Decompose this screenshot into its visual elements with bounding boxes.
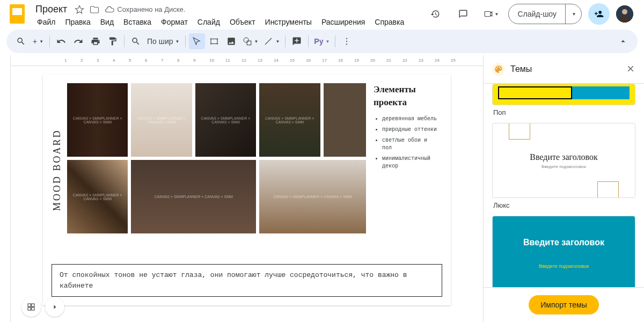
expand-filmstrip-icon[interactable] (45, 297, 64, 317)
svg-point-11 (346, 41, 347, 42)
collage-image[interactable]: CANVAS × SMMPLANNER × CANVAS × SMM (67, 160, 128, 233)
menu-object[interactable]: Объект (226, 17, 259, 27)
comments-icon[interactable] (452, 3, 474, 25)
svg-line-9 (265, 38, 272, 45)
mood-board-label: MOOD BOARD (52, 83, 63, 257)
svg-point-1 (622, 9, 627, 14)
collage-image[interactable]: CANVAS × SMMPLANNER × CANVAS × SMM (195, 83, 256, 157)
script-label[interactable]: Py▼ (312, 33, 332, 49)
select-tool-icon[interactable] (189, 33, 205, 49)
zoom-icon[interactable] (128, 33, 144, 49)
comment-add-icon[interactable] (289, 33, 305, 49)
color-palette[interactable] (324, 83, 366, 157)
menu-extensions[interactable]: Расширения (318, 17, 369, 27)
theme-preview-lux[interactable]: Введите заголовокВведите подзаголовок (492, 123, 635, 198)
collage-image[interactable]: CANVAS × SMMPLANNER × CANVAS × SMM (67, 83, 128, 157)
shape-icon[interactable]: ▼ (240, 33, 261, 49)
share-button[interactable] (588, 3, 610, 25)
menu-insert[interactable]: Вставка (120, 17, 155, 27)
move-folder-icon[interactable] (90, 5, 99, 14)
collage-image[interactable]: CANVAS × SMMPLANNER × CANVAS × SMM (259, 83, 320, 157)
svg-point-7 (244, 38, 248, 42)
svg-rect-8 (247, 41, 251, 45)
vertical-ruler (0, 55, 11, 322)
theme-preview-pop[interactable] (492, 84, 635, 105)
svg-point-3 (210, 38, 211, 39)
menu-bar: Файл Правка Вид Вставка Формат Слайд Объ… (33, 17, 419, 27)
slide-text-block[interactable]: Элементы проекта деревянная мебельприрод… (369, 83, 442, 233)
app-header: Проект Сохранено на Диске. Файл Правка В… (0, 0, 644, 27)
collage-image[interactable]: CANVAS × SMMPLANNER × CANVAS × SMM (131, 160, 256, 233)
svg-rect-14 (32, 304, 34, 306)
paint-format-icon[interactable] (105, 33, 121, 49)
menu-slide[interactable]: Слайд (194, 17, 224, 27)
collage-image[interactable]: CANVAS × SMMPLANNER × CANVAS × SMM (131, 83, 192, 157)
svg-rect-2 (211, 39, 217, 44)
history-icon[interactable] (425, 3, 446, 25)
close-icon[interactable] (626, 64, 635, 75)
account-avatar[interactable] (616, 5, 633, 23)
document-title[interactable]: Проект (33, 3, 69, 16)
redo-icon[interactable] (70, 33, 86, 49)
themes-panel-title: Темы (510, 64, 620, 74)
textbox-icon[interactable] (206, 33, 222, 49)
theme-name-label: Поп (492, 105, 635, 120)
svg-rect-13 (28, 304, 31, 306)
svg-point-10 (346, 38, 347, 39)
more-icon[interactable] (339, 33, 355, 49)
bullet-item: природные оттенки (382, 126, 438, 134)
menu-file[interactable]: Файл (33, 17, 59, 27)
star-icon[interactable] (75, 5, 84, 14)
search-menus-icon[interactable] (13, 33, 29, 49)
menu-tools[interactable]: Инструменты (261, 17, 316, 27)
svg-point-12 (346, 43, 347, 45)
slides-logo[interactable] (6, 3, 28, 25)
menu-help[interactable]: Справка (371, 17, 408, 27)
svg-rect-15 (28, 308, 31, 310)
themes-palette-icon (492, 63, 505, 76)
toolbar: +▼ По шир▼ ▼ ▼ Py▼ (6, 30, 638, 53)
image-icon[interactable] (223, 33, 239, 49)
slideshow-button[interactable]: Слайд-шоу ▼ (508, 4, 582, 24)
print-icon[interactable] (87, 33, 104, 49)
bullet-item: деревянная мебель (382, 115, 438, 123)
themes-panel: Темы ПопВведите заголовокВведите подзаго… (483, 55, 644, 322)
line-icon[interactable]: ▼ (261, 33, 282, 49)
svg-point-5 (210, 43, 211, 44)
menu-view[interactable]: Вид (97, 17, 118, 27)
zoom-fit-select[interactable]: По шир▼ (145, 33, 182, 49)
menu-format[interactable]: Формат (157, 17, 192, 27)
slide-canvas[interactable]: MOOD BOARD CANVAS × SMMPLANNER × CANVAS … (43, 75, 451, 305)
horizontal-ruler: 1234567891011121314151617181920212223242… (11, 55, 483, 66)
svg-rect-16 (32, 308, 34, 310)
svg-point-6 (216, 43, 217, 44)
bullet-item: светлые обои и пол (382, 137, 438, 152)
menu-edit[interactable]: Правка (61, 17, 94, 27)
theme-name-label: Люкс (492, 198, 635, 213)
meet-icon[interactable]: ▼ (480, 3, 502, 25)
bullet-item: минималистичный декор (382, 155, 438, 170)
undo-icon[interactable] (53, 33, 69, 49)
new-slide-button[interactable]: +▼ (30, 33, 46, 49)
slide-caption-box[interactable]: От спокойных тонов не устают глаза, они … (52, 264, 442, 297)
slideshow-dropdown-icon[interactable]: ▼ (565, 4, 581, 24)
collage-image[interactable]: CANVAS × SMMPLANNER × CANVAS × SMM (259, 160, 366, 233)
grid-view-icon[interactable] (21, 297, 41, 317)
import-theme-button[interactable]: Импорт темы (529, 295, 599, 314)
save-status[interactable]: Сохранено на Диске. (105, 5, 185, 14)
collapse-toolbar-icon[interactable] (615, 33, 631, 49)
svg-point-4 (216, 38, 217, 39)
theme-preview-blue[interactable]: Введите заголовокВведите подзаголовок (492, 216, 635, 287)
